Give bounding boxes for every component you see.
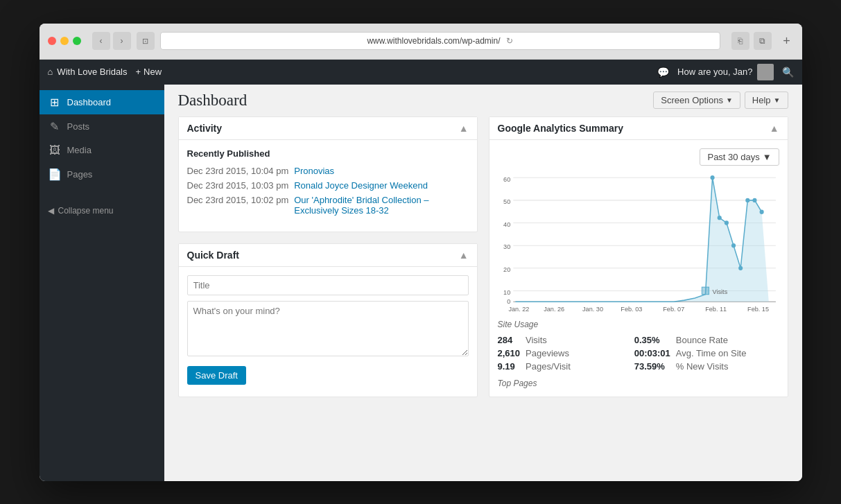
reload-icon[interactable]: ↻ xyxy=(506,36,513,46)
activity-toggle-button[interactable]: ▲ xyxy=(459,123,469,134)
activity-post-link[interactable]: Ronald Joyce Designer Weekend xyxy=(294,180,428,191)
collapse-label: Collapse menu xyxy=(58,206,114,216)
browser-chrome: ‹ › ⊡ www.withlovebridals.com/wp-admin/ … xyxy=(40,24,802,60)
new-tab-button[interactable]: + xyxy=(780,34,794,48)
maximize-button[interactable] xyxy=(73,37,81,45)
site-usage-title: Site Usage xyxy=(498,320,779,329)
wp-layout: ⌂ With Love Bridals + New 💬 How are you,… xyxy=(40,60,802,481)
visits-count: 284 xyxy=(498,335,521,345)
forward-button[interactable]: › xyxy=(113,32,131,50)
svg-text:Feb. 11: Feb. 11 xyxy=(705,305,727,312)
period-select-button[interactable]: Past 30 days ▼ xyxy=(700,148,779,166)
new-visits-label: % New Visits xyxy=(676,361,779,372)
avatar[interactable] xyxy=(757,64,774,80)
pageviews-count: 2,610 xyxy=(498,348,521,358)
admin-bar: ⌂ With Love Bridals + New 💬 How are you,… xyxy=(40,60,802,85)
sidebar-item-label: Pages xyxy=(67,169,93,180)
pages-icon: 📄 xyxy=(48,168,62,181)
view-icon[interactable]: ⊡ xyxy=(137,32,155,50)
analytics-period-selector: Past 30 days ▼ xyxy=(498,148,779,166)
draft-title-input[interactable] xyxy=(187,275,469,295)
bounce-rate-label: Bounce Rate xyxy=(676,335,779,345)
pages-per-visit-label: Pages/Visit xyxy=(526,361,629,372)
sidebar-item-label: Posts xyxy=(67,121,90,132)
header-buttons: Screen Options ▼ Help ▼ xyxy=(653,92,788,109)
page-title: Dashboard xyxy=(178,92,248,110)
activity-date: Dec 23rd 2015, 10:02 pm xyxy=(187,195,289,216)
quick-draft-widget-body: Save Draft xyxy=(179,267,477,393)
sidebar-item-pages[interactable]: 📄 Pages xyxy=(40,162,164,186)
tab-button[interactable]: ⧉ xyxy=(754,32,772,50)
quick-draft-toggle-button[interactable]: ▲ xyxy=(459,250,469,261)
svg-text:50: 50 xyxy=(503,198,510,205)
pages-per-visit: 9.19 xyxy=(498,361,521,372)
help-button[interactable]: Help ▼ xyxy=(745,92,788,109)
collapse-menu-button[interactable]: ◀ Collapse menu xyxy=(40,200,164,221)
collapse-icon: ◀ xyxy=(48,206,54,216)
plus-icon: + xyxy=(136,67,141,77)
svg-point-16 xyxy=(724,220,728,225)
activity-date: Dec 23rd 2015, 10:03 pm xyxy=(187,180,289,191)
visits-label: Visits xyxy=(526,335,629,345)
svg-point-18 xyxy=(738,266,743,270)
save-draft-button[interactable]: Save Draft xyxy=(187,366,246,385)
draft-content-input[interactable] xyxy=(187,301,469,356)
sidebar-item-media[interactable]: 🖼 Media xyxy=(40,139,164,162)
analytics-widget: Google Analytics Summary ▲ Past 30 days … xyxy=(489,116,788,397)
analytics-toggle-button[interactable]: ▲ xyxy=(770,123,779,134)
minimize-button[interactable] xyxy=(60,37,69,45)
admin-bar-left: ⌂ With Love Bridals + New xyxy=(48,67,162,77)
activity-widget-title: Activity xyxy=(187,123,223,134)
content-header: Dashboard Screen Options ▼ Help ▼ xyxy=(164,85,802,116)
svg-text:20: 20 xyxy=(503,266,510,272)
svg-text:Feb. 15: Feb. 15 xyxy=(747,305,769,312)
activity-item: Dec 23rd 2015, 10:02 pm Our 'Aphrodite' … xyxy=(187,195,469,216)
svg-text:Jan. 26: Jan. 26 xyxy=(544,305,564,312)
analytics-chart: 60 50 40 30 20 10 0 xyxy=(498,174,779,313)
back-button[interactable]: ‹ xyxy=(92,32,110,50)
activity-widget-header: Activity ▲ xyxy=(179,117,477,140)
screen-options-button[interactable]: Screen Options ▼ xyxy=(653,92,740,109)
activity-item: Dec 23rd 2015, 10:03 pm Ronald Joyce Des… xyxy=(187,180,469,191)
site-name-text: With Love Bridals xyxy=(57,67,127,77)
share-button[interactable]: ⎗ xyxy=(731,32,749,50)
search-icon[interactable]: 🔍 xyxy=(782,67,794,78)
address-bar[interactable]: www.withlovebridals.com/wp-admin/ ↻ xyxy=(160,32,720,50)
svg-point-21 xyxy=(759,209,763,214)
activity-date: Dec 23rd 2015, 10:04 pm xyxy=(187,166,289,176)
svg-text:Feb. 03: Feb. 03 xyxy=(621,305,642,312)
quick-draft-widget: Quick Draft ▲ Save Draft xyxy=(178,243,478,397)
dashboard-icon: ⊞ xyxy=(48,96,62,109)
wp-main: ⊞ Dashboard ✎ Posts 🖼 Media 📄 Pages ◀ xyxy=(40,85,802,481)
svg-point-17 xyxy=(731,243,735,247)
sidebar-item-label: Media xyxy=(67,145,92,155)
svg-point-15 xyxy=(717,216,721,220)
new-content-button[interactable]: + New xyxy=(136,67,162,77)
new-visits: 73.59% xyxy=(634,361,670,372)
analytics-widget-title: Google Analytics Summary xyxy=(498,123,624,134)
svg-point-14 xyxy=(710,175,714,180)
media-icon: 🖼 xyxy=(48,144,62,157)
sidebar-item-label: Dashboard xyxy=(67,97,112,107)
url-text: www.withlovebridals.com/wp-admin/ xyxy=(367,36,500,46)
activity-item: Dec 23rd 2015, 10:04 pm Pronovias xyxy=(187,166,469,176)
admin-bar-right: 💬 How are you, Jan? 🔍 xyxy=(657,64,793,80)
bounce-rate: 0.35% xyxy=(634,335,670,345)
sidebar-item-dashboard[interactable]: ⊞ Dashboard xyxy=(40,90,164,114)
site-name-link[interactable]: ⌂ With Love Bridals xyxy=(48,67,128,77)
home-icon: ⌂ xyxy=(48,67,53,77)
notification-icon[interactable]: 💬 xyxy=(657,67,669,78)
svg-text:30: 30 xyxy=(503,243,510,250)
visits-chart: 60 50 40 30 20 10 0 xyxy=(498,174,779,313)
svg-text:Visits: Visits xyxy=(712,288,727,295)
activity-widget-body: Recently Published Dec 23rd 2015, 10:04 … xyxy=(179,140,477,228)
posts-icon: ✎ xyxy=(48,120,62,133)
activity-post-link[interactable]: Our 'Aphrodite' Bridal Collection – Excl… xyxy=(294,195,468,216)
svg-point-20 xyxy=(752,198,756,202)
close-button[interactable] xyxy=(48,37,56,45)
svg-text:10: 10 xyxy=(503,288,510,295)
activity-post-link[interactable]: Pronovias xyxy=(294,166,334,176)
chevron-down-icon: ▼ xyxy=(774,96,781,104)
pageviews-label: Pageviews xyxy=(526,348,629,358)
sidebar-item-posts[interactable]: ✎ Posts xyxy=(40,114,164,139)
